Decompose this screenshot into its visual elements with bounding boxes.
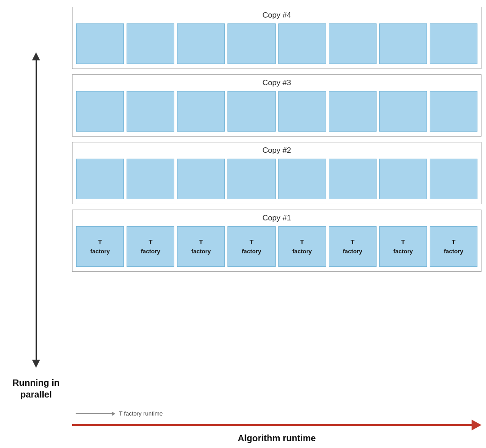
factory-box [379, 23, 427, 64]
factory-box [76, 23, 124, 64]
factories-row-copy1: TfactoryTfactoryTfactoryTfactoryTfactory… [76, 226, 477, 267]
factory-box: Tfactory [329, 226, 377, 267]
factory-t-label: T [98, 238, 102, 247]
left-axis: Running inparallel [0, 5, 72, 448]
factory-box: Tfactory [430, 226, 477, 267]
small-arrow-line [76, 413, 112, 414]
factory-name-label: factory [292, 247, 312, 256]
copy-row-copy3: Copy #3 [72, 74, 481, 137]
factory-box [227, 159, 275, 199]
t-factory-runtime-row: T factory runtime [76, 410, 481, 417]
factory-name-label: factory [191, 247, 211, 256]
factory-box [227, 91, 275, 132]
factory-box [278, 91, 326, 132]
factory-box: Tfactory [127, 226, 174, 267]
factories-row-copy2 [76, 159, 477, 199]
copy-title-copy2: Copy #2 [76, 145, 477, 156]
factory-box: Tfactory [379, 226, 427, 267]
small-arrow-head [112, 411, 115, 416]
factory-box [278, 23, 326, 64]
bottom-axis: T factory runtime Algorithm runtime [72, 410, 481, 448]
factory-box [177, 23, 225, 64]
factory-box: Tfactory [278, 226, 326, 267]
factory-box [127, 23, 174, 64]
arrow-top [32, 52, 40, 60]
factory-t-label: T [199, 238, 203, 247]
algo-runtime-label: Algorithm runtime [72, 433, 481, 443]
factory-box [76, 91, 124, 132]
factory-box: Tfactory [76, 226, 124, 267]
factory-name-label: factory [343, 247, 362, 256]
copy-row-copy2: Copy #2 [72, 142, 481, 204]
factory-box [127, 91, 174, 132]
copy-title-copy4: Copy #4 [76, 10, 477, 21]
factory-name-label: factory [393, 247, 413, 256]
copy-row-copy4: Copy #4 [72, 7, 481, 69]
small-arrow [76, 411, 115, 416]
factory-box: Tfactory [177, 226, 225, 267]
factory-box [430, 91, 477, 132]
vertical-arrow [32, 52, 40, 368]
factory-box [127, 159, 174, 199]
factory-box [177, 91, 225, 132]
factory-box [227, 23, 275, 64]
factory-box: Tfactory [227, 226, 275, 267]
factory-t-label: T [300, 238, 304, 247]
factories-row-copy4 [76, 23, 477, 64]
factory-box [379, 91, 427, 132]
copies-area: Copy #4Copy #3Copy #2Copy #1TfactoryTfac… [72, 7, 481, 408]
factory-t-label: T [452, 238, 456, 247]
factory-box [177, 159, 225, 199]
factory-name-label: factory [242, 247, 261, 256]
factories-row-copy3 [76, 91, 477, 132]
main-container: Running inparallel Copy #4Copy #3Copy #2… [0, 5, 486, 448]
parallel-label: Running inparallel [13, 377, 59, 400]
factory-t-label: T [250, 238, 254, 247]
factory-box [430, 159, 477, 199]
copy-row-copy1: Copy #1TfactoryTfactoryTfactoryTfactoryT… [72, 210, 481, 272]
arrow-bottom [32, 360, 40, 368]
factory-t-label: T [350, 238, 354, 247]
factory-t-label: T [401, 238, 405, 247]
factory-box [430, 23, 477, 64]
copy-title-copy1: Copy #1 [76, 213, 477, 224]
factory-box [278, 159, 326, 199]
algo-runtime-row [72, 420, 481, 430]
factory-name-label: factory [90, 247, 109, 256]
factory-box [329, 91, 377, 132]
factory-t-label: T [149, 238, 153, 247]
factory-name-label: factory [141, 247, 160, 256]
big-arrow-head [472, 420, 481, 430]
arrow-line [36, 60, 37, 360]
factory-box [379, 159, 427, 199]
big-arrow-line [72, 424, 472, 426]
factory-name-label: factory [444, 247, 463, 256]
factory-box [76, 159, 124, 199]
factory-box [329, 23, 377, 64]
factory-box [329, 159, 377, 199]
right-content: Copy #4Copy #3Copy #2Copy #1TfactoryTfac… [72, 5, 486, 448]
t-factory-label: T factory runtime [119, 410, 163, 417]
copy-title-copy3: Copy #3 [76, 78, 477, 88]
